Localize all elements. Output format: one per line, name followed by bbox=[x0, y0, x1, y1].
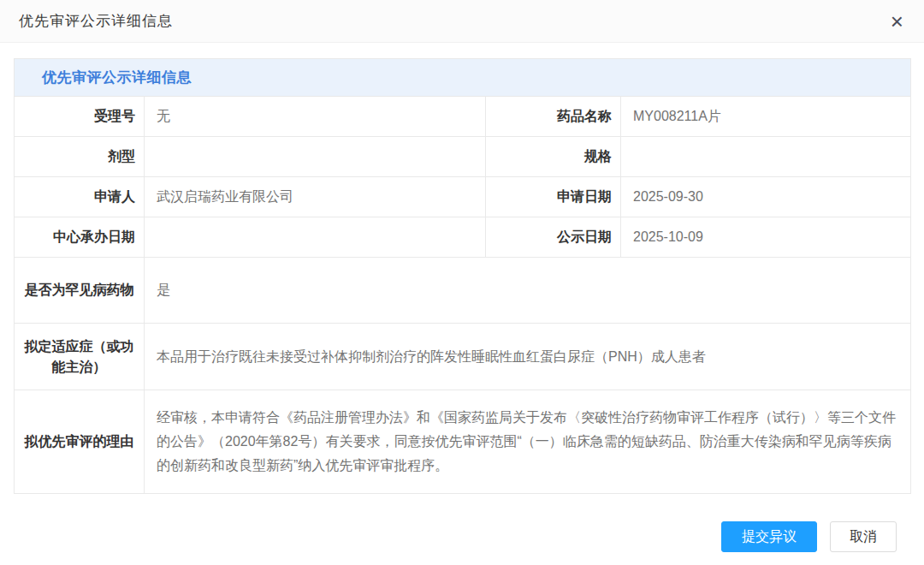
field-label-center-date: 中心承办日期 bbox=[15, 217, 145, 258]
dialog-body: 优先审评公示详细信息 受理号 无 药品名称 MY008211A片 剂型 规格 申… bbox=[0, 43, 924, 552]
table-row: 中心承办日期 公示日期 2025-10-09 bbox=[15, 217, 911, 258]
field-value-reason: 经审核，本申请符合《药品注册管理办法》和《国家药监局关于发布〈突破性治疗药物审评… bbox=[145, 390, 911, 494]
dialog-footer: 提交异议 取消 bbox=[14, 521, 897, 552]
panel-header: 优先审评公示详细信息 bbox=[15, 59, 911, 97]
field-value-center-date bbox=[145, 217, 486, 258]
field-value-specification bbox=[621, 137, 911, 177]
field-label-drug-name: 药品名称 bbox=[486, 97, 621, 137]
table-row: 申请人 武汉启瑞药业有限公司 申请日期 2025-09-30 bbox=[15, 177, 911, 217]
table-row: 是否为罕见病药物 是 bbox=[15, 258, 911, 324]
close-icon[interactable]: × bbox=[889, 10, 905, 33]
field-label-publicity-date: 公示日期 bbox=[486, 217, 621, 258]
field-value-rare-disease: 是 bbox=[145, 258, 911, 324]
field-label-indication: 拟定适应症（或功能主治） bbox=[15, 324, 145, 390]
field-value-applicant: 武汉启瑞药业有限公司 bbox=[145, 177, 486, 217]
field-value-application-date: 2025-09-30 bbox=[621, 177, 911, 217]
table-row: 拟定适应症（或功能主治） 本品用于治疗既往未接受过补体抑制剂治疗的阵发性睡眠性血… bbox=[15, 324, 911, 390]
field-label-dosage-form: 剂型 bbox=[15, 137, 145, 177]
table-row: 剂型 规格 bbox=[15, 137, 911, 177]
table-row: 受理号 无 药品名称 MY008211A片 bbox=[15, 97, 911, 137]
table-row: 优先审评公示详细信息 bbox=[15, 59, 911, 97]
priority-review-detail-dialog: 优先审评公示详细信息 × 优先审评公示详细信息 受理号 无 药品名称 MY008… bbox=[0, 0, 924, 565]
detail-table: 优先审评公示详细信息 受理号 无 药品名称 MY008211A片 剂型 规格 申… bbox=[14, 58, 911, 494]
submit-objection-button[interactable]: 提交异议 bbox=[721, 521, 817, 552]
field-label-applicant: 申请人 bbox=[15, 177, 145, 217]
field-value-acceptance-no: 无 bbox=[145, 97, 486, 137]
dialog-title: 优先审评公示详细信息 bbox=[19, 11, 173, 31]
field-value-publicity-date: 2025-10-09 bbox=[621, 217, 911, 258]
field-label-rare-disease: 是否为罕见病药物 bbox=[15, 258, 145, 324]
field-label-reason: 拟优先审评的理由 bbox=[15, 390, 145, 494]
dialog-title-bar: 优先审评公示详细信息 × bbox=[0, 0, 924, 43]
field-value-dosage-form bbox=[145, 137, 486, 177]
cancel-button[interactable]: 取消 bbox=[830, 521, 897, 552]
field-value-drug-name: MY008211A片 bbox=[621, 97, 911, 137]
field-label-acceptance-no: 受理号 bbox=[15, 97, 145, 137]
field-label-specification: 规格 bbox=[486, 137, 621, 177]
table-row: 拟优先审评的理由 经审核，本申请符合《药品注册管理办法》和《国家药监局关于发布〈… bbox=[15, 390, 911, 494]
field-label-application-date: 申请日期 bbox=[486, 177, 621, 217]
field-value-indication: 本品用于治疗既往未接受过补体抑制剂治疗的阵发性睡眠性血红蛋白尿症（PNH）成人患… bbox=[145, 324, 911, 390]
